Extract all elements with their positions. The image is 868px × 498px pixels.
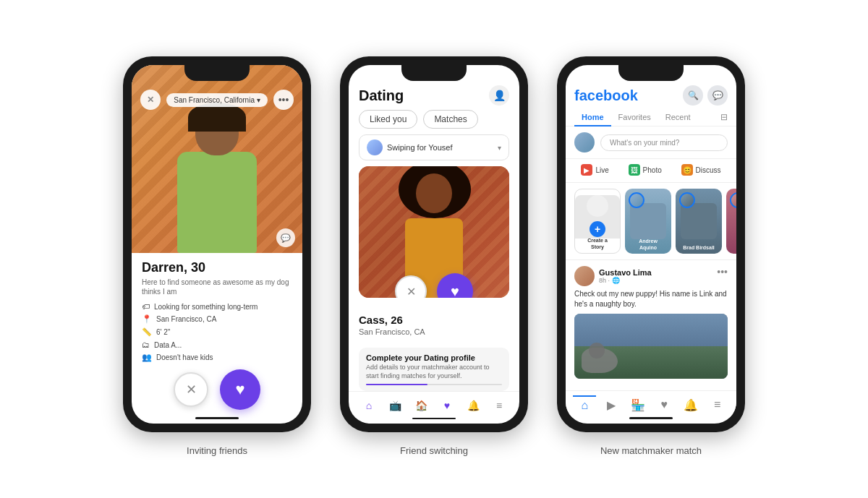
photo-label: Photo <box>643 166 662 174</box>
story-label-andrew: AndrewAquino <box>625 239 671 251</box>
detail-text-2: San Francisco, CA <box>156 315 216 323</box>
card-name: Cass, 26 <box>359 314 509 326</box>
chat-button[interactable]: 💬 <box>276 228 295 247</box>
fb-input[interactable]: What's on your mind? <box>600 134 728 151</box>
create-avatar <box>587 195 608 217</box>
fb-messenger-button[interactable]: 💬 <box>707 85 728 106</box>
fb-post: Gustavo Lima 8h · 🌐 ••• Check out my new… <box>566 260 736 390</box>
location-pill[interactable]: San Francisco, California ▾ <box>166 93 268 107</box>
tab-row: Liked you Matches <box>349 110 519 134</box>
detail-icon-3: 📏 <box>142 327 152 337</box>
fb-live-action[interactable]: ▶ Live <box>576 162 613 178</box>
phones-container: ✕ San Francisco, California ▾ ••• <box>94 42 774 456</box>
card-dislike-button[interactable]: ✕ <box>395 275 427 298</box>
profile-name: Darren, 30 <box>142 260 292 275</box>
fb-filter-icon[interactable]: ⊟ <box>720 108 728 126</box>
sky-bg <box>574 314 728 346</box>
phone1-label: Inviting friends <box>187 445 247 456</box>
dating-title: Dating <box>359 87 404 104</box>
card-action-buttons: ✕ ♥ <box>395 273 473 298</box>
fb-nav-tabs: Home Favorites Recent ⊟ <box>566 108 736 126</box>
stories-row: + Create aStory AndrewAquino Brad Birdsa… <box>566 183 736 260</box>
swipe-left: Swiping for Yousef <box>367 139 453 155</box>
phone1: ✕ San Francisco, California ▾ ••• <box>123 56 311 432</box>
person-figure <box>177 108 257 253</box>
discuss-icon: 😊 <box>681 164 693 176</box>
fb-header-icons: 🔍 💬 <box>683 85 728 106</box>
phone3-label: New matchmaker match <box>600 445 702 456</box>
phone2: Dating 👤 Liked you Matches Swiping for Y… <box>340 56 528 432</box>
fb-nav-menu[interactable]: ≡ <box>706 395 729 414</box>
nav-menu[interactable]: ≡ <box>491 398 507 413</box>
phone2-notch <box>401 65 467 81</box>
fb-search-button[interactable]: 🔍 <box>683 85 703 106</box>
profile-detail-1: 🏷 Looking for something long-term <box>142 302 292 311</box>
phone3: facebook 🔍 💬 Home Favorites Recent ⊟ <box>557 56 745 432</box>
story-label-brad: Brad Birdsall <box>676 245 722 251</box>
profile-info: Darren, 30 Here to find someone as aweso… <box>132 253 302 364</box>
phone2-inner: Dating 👤 Liked you Matches Swiping for Y… <box>349 65 519 424</box>
fb-nav-bell[interactable]: 🔔 <box>679 395 702 414</box>
fb-tab-home[interactable]: Home <box>574 108 611 126</box>
bottom-bar <box>195 417 239 419</box>
fb-post-menu[interactable]: ••• <box>717 266 728 278</box>
fb-discuss-action[interactable]: 😊 Discuss <box>677 162 726 178</box>
story-img-andrew <box>630 203 666 239</box>
dislike-button[interactable]: ✕ <box>174 372 208 407</box>
phone2-label: Friend switching <box>400 445 468 456</box>
profile-detail-5: 👥 Doesn't have kids <box>142 353 292 362</box>
phone1-inner: ✕ San Francisco, California ▾ ••• <box>132 65 302 424</box>
fb-logo: facebook <box>574 87 638 104</box>
story-avatar-bianc <box>730 192 736 208</box>
person-head <box>195 108 239 155</box>
fb-photo-action[interactable]: 🖼 Photo <box>624 162 666 178</box>
detail-icon-1: 🏷 <box>142 302 150 311</box>
nav-bell[interactable]: 🔔 <box>465 398 481 413</box>
more-options-button[interactable]: ••• <box>273 90 294 110</box>
fb-post-time: 8h · 🌐 <box>599 277 652 284</box>
story-andrew[interactable]: AndrewAquino <box>625 189 671 254</box>
swipe-avatar <box>367 139 383 155</box>
tab-matches[interactable]: Matches <box>423 110 477 129</box>
story-avatar-andrew <box>629 192 644 208</box>
profile-detail-4: 🗂 Data A... <box>142 340 292 349</box>
complete-profile-bar[interactable]: Complete your Dating profile Add details… <box>359 348 509 390</box>
nav-tv[interactable]: 📺 <box>387 398 403 413</box>
complete-desc: Add details to your matchmaker account t… <box>366 364 502 380</box>
phone1-wrapper: ✕ San Francisco, California ▾ ••• <box>123 56 311 456</box>
person-body <box>177 152 257 253</box>
phone2-wrapper: Dating 👤 Liked you Matches Swiping for Y… <box>340 56 528 456</box>
fb-tab-favorites[interactable]: Favorites <box>611 108 658 126</box>
like-button[interactable]: ♥ <box>220 369 260 410</box>
swipe-selector[interactable]: Swiping for Yousef ▾ <box>359 134 509 160</box>
bottom-bar-2 <box>412 418 456 419</box>
profile-icon-button[interactable]: 👤 <box>489 85 509 106</box>
story-create[interactable]: + Create aStory <box>574 189 621 254</box>
fb-post-header: Gustavo Lima 8h · 🌐 ••• <box>574 266 728 286</box>
fb-nav-marketplace[interactable]: 🏪 <box>626 395 650 414</box>
story-create-label: Create aStory <box>575 238 620 250</box>
story-brad[interactable]: Brad Birdsall <box>676 189 722 254</box>
fb-nav-home[interactable]: ⌂ <box>573 395 596 414</box>
live-label: Live <box>595 166 608 174</box>
card-location: San Francisco, CA <box>359 327 509 336</box>
complete-progress <box>366 384 502 385</box>
nav-store[interactable]: 🏠 <box>413 398 429 413</box>
create-plus: + <box>590 221 605 237</box>
card-like-button[interactable]: ♥ <box>437 273 473 298</box>
woman-face <box>416 173 452 213</box>
photo-icon: 🖼 <box>629 164 640 176</box>
fb-post-text: Check out my new puppy! His name is Link… <box>574 289 728 309</box>
close-button[interactable]: ✕ <box>140 90 161 110</box>
story-bianc[interactable]: BiancRomu... <box>726 189 736 254</box>
fb-nav-heart[interactable]: ♥ <box>652 395 676 414</box>
nav-home[interactable]: ⌂ <box>361 398 377 413</box>
nav-heart[interactable]: ♥ <box>439 398 455 413</box>
detail-icon-4: 🗂 <box>142 340 150 349</box>
fb-nav-video[interactable]: ▶ <box>600 395 623 414</box>
detail-text-5: Doesn't have kids <box>156 353 213 361</box>
complete-title: Complete your Dating profile <box>366 353 502 362</box>
fb-tab-recent[interactable]: Recent <box>658 108 698 126</box>
phone1-notch <box>184 65 250 81</box>
tab-liked-you[interactable]: Liked you <box>359 110 417 129</box>
